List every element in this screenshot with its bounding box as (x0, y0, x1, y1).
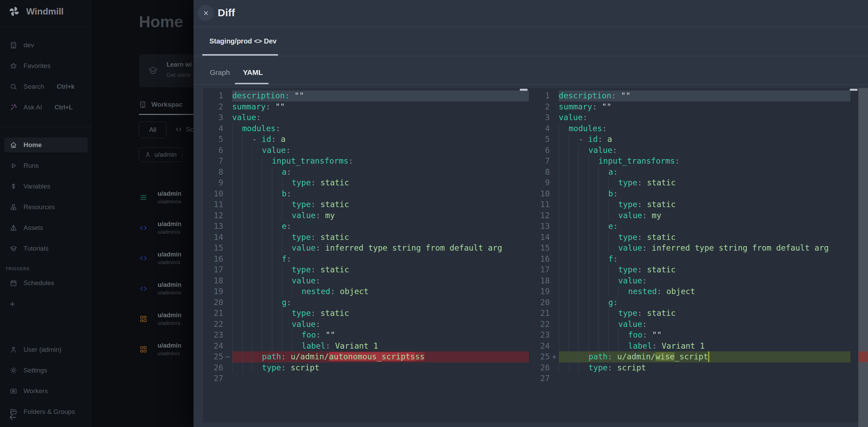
indent-guide (608, 232, 618, 243)
line-number: 9 (530, 177, 550, 188)
diff-pane-left[interactable]: 1description: ""2summary: ""3value:4modu… (203, 88, 529, 422)
indent-guide (608, 275, 618, 287)
diff-marker (550, 330, 559, 341)
sidebar-item-variables[interactable]: Variables (0, 176, 92, 197)
sidebar-item-settings[interactable]: Settings (0, 360, 92, 381)
sidebar-item-tutorials[interactable]: Tutorials (0, 238, 92, 259)
sidebar-item-label: Tutorials (23, 245, 48, 252)
add-trigger-button[interactable]: + (0, 293, 92, 314)
tab-staging-prod-dev[interactable]: Staging/prod <> Dev (209, 37, 276, 45)
line-number: 1 (530, 90, 550, 101)
indent-guide (598, 232, 608, 243)
indent-guide (242, 351, 252, 362)
diff-marker (550, 90, 559, 101)
indent-guide (232, 286, 242, 297)
indent-guide (262, 341, 272, 352)
sidebar-item-user-admin[interactable]: User (admin) (0, 339, 92, 360)
diff-pane-right[interactable]: 1description: ""2summary: ""3value:4modu… (529, 88, 858, 422)
sidebar-item-search[interactable]: SearchCtrl+k (0, 76, 92, 97)
indent-guide (578, 199, 588, 210)
code-line: 2summary: "" (203, 101, 529, 113)
indent-guide (252, 221, 262, 232)
indent-guide (252, 232, 262, 243)
tab-workspace[interactable]: Workspac (139, 101, 182, 108)
sidebar-item-home[interactable]: Home (0, 135, 92, 155)
line-number: 25 (203, 351, 223, 362)
diff-marker (550, 319, 559, 330)
indent-guide (232, 232, 242, 243)
filter-all-button[interactable]: All (139, 122, 167, 138)
indent-guide (608, 286, 618, 297)
tab-yaml[interactable]: YAML (243, 68, 263, 77)
sidebar-item-dev[interactable]: dev (0, 35, 92, 56)
line-number: 15 (530, 243, 550, 254)
sidebar-item-runs[interactable]: Runs (0, 155, 92, 176)
line-number: 14 (530, 232, 550, 243)
indent-guide (262, 156, 272, 167)
filter-scripts-button[interactable]: Sc (175, 122, 194, 137)
line-number: 22 (203, 319, 223, 330)
indent-guide (232, 134, 242, 145)
line-content: value: (232, 275, 529, 287)
line-content: label: Variant 1 (559, 341, 850, 352)
line-content: type: static (232, 177, 529, 188)
drawer-scrollbar[interactable] (858, 88, 868, 427)
close-button[interactable] (198, 5, 214, 21)
indent-guide (242, 199, 252, 210)
indent-guide (578, 308, 588, 319)
indent-guide (608, 330, 618, 341)
sidebar-item-workers[interactable]: Workers (0, 381, 92, 401)
building-icon (139, 101, 147, 108)
tab-staging-underline (202, 54, 278, 56)
line-content: f: (559, 254, 850, 265)
brand[interactable]: Windmill (8, 6, 64, 17)
indent-guide (618, 330, 628, 341)
scrollbar-thumb[interactable] (520, 89, 528, 91)
owner-filter-chip[interactable]: u/admin (139, 147, 182, 162)
indent-guide (559, 330, 569, 341)
assets-icon (10, 224, 17, 232)
sidebar-item-label: Workers (23, 387, 48, 395)
indent-guide (252, 351, 262, 362)
sidebar-main-group: HomeRunsVariablesResourcesAssetsTutorial… (0, 135, 92, 259)
plus-icon: + (4, 296, 88, 311)
indent-guide (282, 330, 292, 341)
indent-guide (578, 297, 588, 308)
diff-marker (223, 199, 232, 210)
indent-guide (569, 210, 579, 221)
code-line: 17type: static (203, 264, 529, 275)
code-line: 22value: (203, 319, 529, 330)
line-content (559, 373, 850, 384)
diff-marker (550, 232, 559, 243)
indent-guide (578, 243, 588, 254)
sidebar-item-ask-ai[interactable]: Ask AICtrl+L (0, 97, 92, 118)
collapse-sidebar-icon[interactable] (8, 413, 17, 422)
line-content: value: (232, 145, 529, 156)
line-number: 7 (530, 156, 550, 167)
diff-marker (223, 275, 232, 287)
sidebar-item-resources[interactable]: Resources (0, 197, 92, 217)
sidebar-item-label: Assets (23, 224, 43, 232)
indent-guide (559, 297, 569, 308)
indent-guide (608, 341, 618, 352)
brand-label: Windmill (26, 6, 64, 17)
sidebar-item-label: Ask AI (23, 104, 42, 111)
line-number: 18 (530, 275, 550, 287)
diff-marker (223, 90, 232, 101)
sidebar-item-favorites[interactable]: Favorites (0, 56, 92, 76)
diff-marker (223, 297, 232, 308)
sidebar-item-schedules[interactable]: Schedules (0, 273, 92, 293)
indent-guide (262, 330, 272, 341)
indent-guide (569, 156, 579, 167)
line-number: 4 (530, 123, 550, 134)
tab-graph[interactable]: Graph (210, 68, 230, 77)
indent-guide (588, 243, 598, 254)
code-line: 24label: Variant 1 (530, 341, 850, 352)
scrollbar-thumb[interactable] (850, 89, 858, 91)
diff-marker (223, 156, 232, 167)
indent-guide (262, 286, 272, 297)
indent-guide (578, 232, 588, 243)
line-number: 25 (530, 351, 550, 362)
sidebar-item-assets[interactable]: Assets (0, 217, 92, 238)
diff-marker (223, 210, 232, 221)
